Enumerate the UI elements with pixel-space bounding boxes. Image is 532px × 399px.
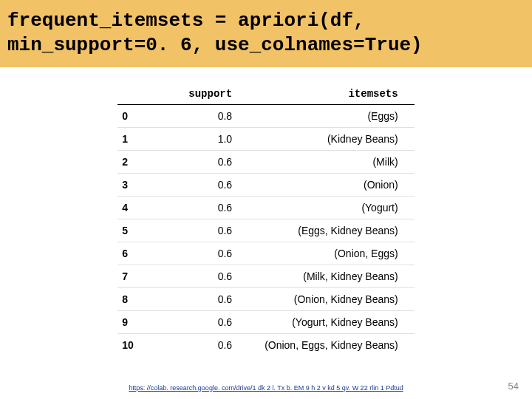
cell-support: 0.6 xyxy=(172,242,248,265)
table-row: 80.6(Onion, Kidney Beans) xyxy=(117,288,414,311)
table-row: 90.6(Yogurt, Kidney Beans) xyxy=(117,311,414,334)
code-banner: frequent_itemsets = apriori(df, min_supp… xyxy=(0,0,532,67)
row-index: 4 xyxy=(117,197,172,219)
table-row: 00.8(Eggs) xyxy=(117,105,414,128)
table-row: 70.6(Milk, Kidney Beans) xyxy=(117,265,414,288)
table-row: 60.6(Onion, Eggs) xyxy=(117,242,414,265)
cell-support: 0.6 xyxy=(172,265,248,288)
cell-itemsets: (Yogurt, Kidney Beans) xyxy=(248,311,415,334)
row-index: 6 xyxy=(117,242,172,265)
cell-itemsets: (Kidney Beans) xyxy=(248,128,415,151)
row-index: 5 xyxy=(117,219,172,242)
cell-itemsets: (Onion, Kidney Beans) xyxy=(248,288,415,311)
cell-support: 0.6 xyxy=(172,174,248,197)
table-row: 11.0(Kidney Beans) xyxy=(117,128,414,151)
cell-itemsets: (Yogurt) xyxy=(248,197,415,219)
cell-itemsets: (Onion, Eggs) xyxy=(248,242,415,265)
cell-support: 0.6 xyxy=(172,197,248,219)
row-index: 1 xyxy=(117,128,172,151)
code-line-1: frequent_itemsets = apriori(df, xyxy=(7,9,525,33)
table-header-row: support itemsets xyxy=(117,83,414,105)
col-support: support xyxy=(172,83,248,105)
cell-support: 0.6 xyxy=(172,311,248,334)
row-index: 7 xyxy=(117,265,172,288)
source-link[interactable]: https: //colab. research.google. com/dri… xyxy=(129,384,403,392)
row-index: 9 xyxy=(117,311,172,334)
table-row: 40.6(Yogurt) xyxy=(117,197,414,219)
cell-support: 0.6 xyxy=(172,334,248,357)
row-index: 0 xyxy=(117,105,172,128)
table-row: 50.6(Eggs, Kidney Beans) xyxy=(117,219,414,242)
table-row: 20.6(Milk) xyxy=(117,151,414,174)
page-number: 54 xyxy=(508,381,519,392)
row-index: 2 xyxy=(117,151,172,174)
table-row: 30.6(Onion) xyxy=(117,174,414,197)
col-itemsets: itemsets xyxy=(248,83,415,105)
cell-itemsets: (Eggs, Kidney Beans) xyxy=(248,219,415,242)
cell-support: 0.8 xyxy=(172,105,248,128)
footer: https: //colab. research.google. com/dri… xyxy=(0,384,532,392)
row-index: 3 xyxy=(117,174,172,197)
cell-support: 0.6 xyxy=(172,151,248,174)
cell-itemsets: (Eggs) xyxy=(248,105,415,128)
output-table: support itemsets 00.8(Eggs)11.0(Kidney B… xyxy=(117,83,414,356)
cell-support: 0.6 xyxy=(172,288,248,311)
cell-support: 0.6 xyxy=(172,219,248,242)
cell-itemsets: (Onion) xyxy=(248,174,415,197)
cell-support: 1.0 xyxy=(172,128,248,151)
code-line-2: min_support=0. 6, use_colnames=True) xyxy=(7,33,525,58)
output-table-wrap: support itemsets 00.8(Eggs)11.0(Kidney B… xyxy=(0,83,532,356)
cell-itemsets: (Milk) xyxy=(248,151,415,174)
row-index: 8 xyxy=(117,288,172,311)
row-index: 10 xyxy=(117,334,172,357)
col-index xyxy=(117,83,172,105)
cell-itemsets: (Milk, Kidney Beans) xyxy=(248,265,415,288)
cell-itemsets: (Onion, Eggs, Kidney Beans) xyxy=(248,334,415,357)
table-row: 100.6(Onion, Eggs, Kidney Beans) xyxy=(117,334,414,357)
